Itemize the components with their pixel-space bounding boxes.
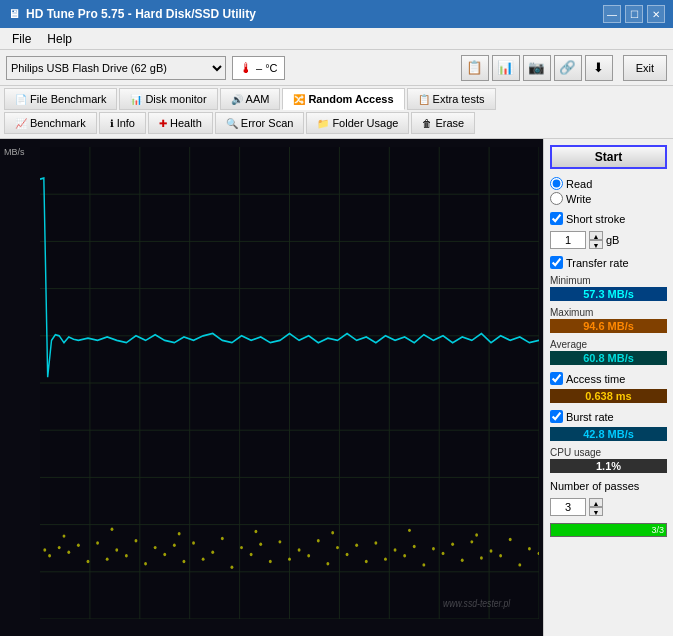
svg-point-84 <box>326 562 329 565</box>
health-icon: ✚ <box>159 118 167 129</box>
tab-aam[interactable]: 🔊 AAM <box>220 88 281 110</box>
svg-point-76 <box>250 553 253 556</box>
tab-info[interactable]: ℹ Info <box>99 112 146 134</box>
passes-spin-down[interactable]: ▼ <box>589 507 603 516</box>
write-label: Write <box>566 193 591 205</box>
svg-text:www.ssd-tester.pl: www.ssd-tester.pl <box>443 598 511 610</box>
minimum-stat: Minimum 57.3 MB/s <box>550 275 667 301</box>
menu-bar: File Help <box>0 28 673 50</box>
svg-point-90 <box>384 557 387 560</box>
tab-file-benchmark[interactable]: 📄 File Benchmark <box>4 88 117 110</box>
tab-benchmark[interactable]: 📈 Benchmark <box>4 112 97 134</box>
burst-rate-checkbox[interactable] <box>550 410 563 423</box>
svg-point-64 <box>135 539 138 542</box>
access-time-row[interactable]: Access time <box>550 372 667 385</box>
write-radio-label[interactable]: Write <box>550 192 667 205</box>
toolbar-btn-2[interactable]: 📊 <box>492 55 520 81</box>
close-button[interactable]: ✕ <box>647 5 665 23</box>
svg-point-68 <box>173 544 176 547</box>
main-content: 100 90 80 70 60 50 40 30 20 10 MB/s 0 10… <box>0 139 673 636</box>
short-stroke-checkbox[interactable] <box>550 212 563 225</box>
minimum-label: Minimum <box>550 275 667 286</box>
tab-health[interactable]: ✚ Health <box>148 112 213 134</box>
toolbar-btn-5[interactable]: ⬇ <box>585 55 613 81</box>
passes-spin-buttons: ▲ ▼ <box>589 498 603 516</box>
passes-input[interactable] <box>550 498 586 516</box>
maximize-button[interactable]: ☐ <box>625 5 643 23</box>
svg-point-112 <box>408 529 411 532</box>
menu-help[interactable]: Help <box>39 30 80 48</box>
spin-up-button[interactable]: ▲ <box>589 231 603 240</box>
spin-unit: gB <box>606 234 619 246</box>
svg-point-86 <box>346 553 349 556</box>
read-label: Read <box>566 178 592 190</box>
transfer-rate-row[interactable]: Transfer rate <box>550 256 667 269</box>
svg-point-93 <box>413 545 416 548</box>
tab-erase[interactable]: 🗑 Erase <box>411 112 475 134</box>
tab-file-benchmark-label: File Benchmark <box>30 93 106 105</box>
erase-icon: 🗑 <box>422 118 432 129</box>
passes-spin-up[interactable]: ▲ <box>589 498 603 507</box>
thermometer-icon: 🌡 <box>239 60 253 76</box>
passes-row: Number of passes <box>550 480 667 492</box>
svg-point-57 <box>67 551 70 554</box>
svg-point-95 <box>432 547 435 550</box>
svg-point-59 <box>87 560 90 563</box>
tab-folder-usage[interactable]: 📁 Folder Usage <box>306 112 409 134</box>
temperature-display: 🌡 – °C <box>232 56 285 80</box>
app-icon: 🖥 <box>8 7 20 21</box>
cpu-usage-label: CPU usage <box>550 447 667 458</box>
svg-point-81 <box>298 548 301 551</box>
burst-rate-row[interactable]: Burst rate <box>550 410 667 423</box>
short-stroke-row[interactable]: Short stroke <box>550 212 667 225</box>
menu-file[interactable]: File <box>4 30 39 48</box>
device-select[interactable]: Philips USB Flash Drive (62 gB) <box>6 56 226 80</box>
svg-point-98 <box>461 559 464 562</box>
spin-down-button[interactable]: ▼ <box>589 240 603 249</box>
tab-aam-label: AAM <box>246 93 270 105</box>
read-radio-label[interactable]: Read <box>550 177 667 190</box>
read-radio[interactable] <box>550 177 563 190</box>
svg-point-55 <box>48 554 51 557</box>
tabs-row-2: 📈 Benchmark ℹ Info ✚ Health 🔍 Error Scan… <box>4 112 669 134</box>
write-radio[interactable] <box>550 192 563 205</box>
svg-point-87 <box>355 544 358 547</box>
svg-point-83 <box>317 539 320 542</box>
minimum-value: 57.3 MB/s <box>550 287 667 301</box>
svg-point-110 <box>254 530 257 533</box>
tabs-area: 📄 File Benchmark 📊 Disk monitor 🔊 AAM 🔀 … <box>0 86 673 139</box>
start-button[interactable]: Start <box>550 145 667 169</box>
svg-point-56 <box>58 546 61 549</box>
svg-point-100 <box>480 556 483 559</box>
aam-icon: 🔊 <box>231 94 243 105</box>
svg-point-77 <box>259 542 262 545</box>
toolbar-btn-1[interactable]: 📋 <box>461 55 489 81</box>
spin-input[interactable] <box>550 231 586 249</box>
toolbar-btn-4[interactable]: 🔗 <box>554 55 582 81</box>
svg-point-74 <box>230 565 233 568</box>
tab-random-access[interactable]: 🔀 Random Access <box>282 88 404 110</box>
svg-point-101 <box>490 549 493 552</box>
transfer-rate-label: Transfer rate <box>566 257 629 269</box>
tab-folder-usage-label: Folder Usage <box>332 117 398 129</box>
svg-point-67 <box>163 553 166 556</box>
access-time-checkbox[interactable] <box>550 372 563 385</box>
svg-point-105 <box>528 547 531 550</box>
tab-disk-monitor[interactable]: 📊 Disk monitor <box>119 88 217 110</box>
svg-point-85 <box>336 546 339 549</box>
minimize-button[interactable]: — <box>603 5 621 23</box>
svg-point-72 <box>211 551 214 554</box>
info-icon: ℹ <box>110 118 114 129</box>
svg-point-111 <box>331 531 334 534</box>
svg-point-92 <box>403 554 406 557</box>
toolbar-btn-3[interactable]: 📷 <box>523 55 551 81</box>
tab-error-scan[interactable]: 🔍 Error Scan <box>215 112 305 134</box>
tab-health-label: Health <box>170 117 202 129</box>
tab-extra-tests-label: Extra tests <box>433 93 485 105</box>
svg-point-73 <box>221 537 224 540</box>
transfer-rate-checkbox[interactable] <box>550 256 563 269</box>
exit-button[interactable]: Exit <box>623 55 667 81</box>
tab-extra-tests[interactable]: 📋 Extra tests <box>407 88 496 110</box>
cpu-usage-stat: CPU usage 1.1% <box>550 447 667 473</box>
svg-point-103 <box>509 538 512 541</box>
